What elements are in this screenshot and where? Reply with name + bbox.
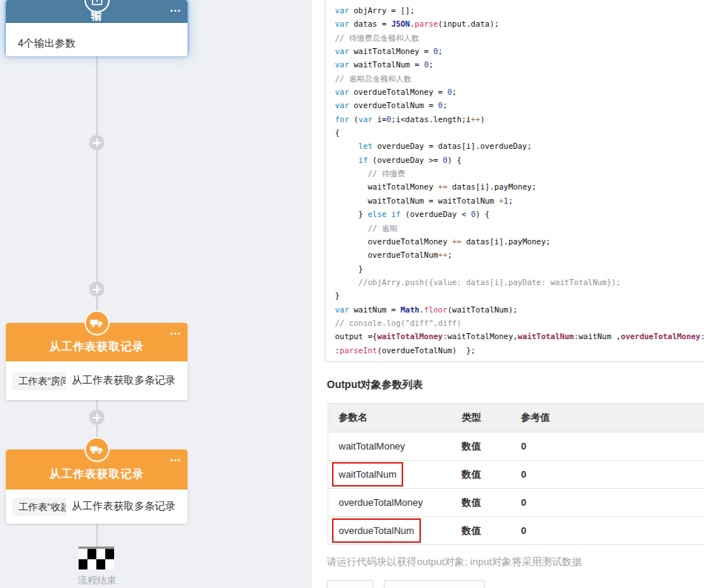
node-title: 从工作表获取记录 [50, 340, 145, 354]
add-node-button[interactable] [89, 281, 104, 297]
table-row: waitTotalMoney 数值 0 [328, 432, 704, 460]
flow-node-card[interactable]: 从工作表获取记录 工作表"房间（room）" 从工作表获取多条记录 [6, 323, 187, 400]
node-description: 从工作表获取多条记录 [72, 500, 176, 513]
bottom-action-button-2[interactable] [384, 580, 485, 588]
param-name: overdueTotalMoney [339, 497, 422, 508]
code-editor-content: var objArry = [];var datas = JSON.parse(… [335, 4, 704, 357]
param-ref-value: 0 [521, 525, 704, 536]
add-node-button[interactable] [89, 410, 104, 425]
node-detail-panel: var objArry = [];var datas = JSON.parse(… [311, 0, 704, 588]
table-header-row: 参数名 类型 参考值 [328, 404, 704, 432]
param-type: 数值 [462, 440, 521, 453]
col-header-type: 类型 [462, 411, 521, 424]
node-title: 从工作表获取记录 [50, 467, 145, 481]
param-name: waitTotalMoney [339, 441, 405, 452]
flow-end-label: 流程结束 [0, 574, 194, 587]
more-options-icon [170, 10, 173, 12]
node-worksheet-field[interactable]: 工作表"收款（payment）" [12, 498, 66, 516]
param-type: 数值 [462, 496, 521, 510]
node-more-button[interactable] [167, 7, 180, 13]
param-ref-value: 0 [521, 469, 704, 480]
col-header-param-name: 参数名 [328, 411, 462, 424]
table-row: waitTotalNum 数值 0 [328, 460, 704, 488]
truck-icon [90, 316, 104, 330]
flow-node-body: 4个输出参数 [6, 23, 187, 56]
node-worksheet-field[interactable]: 工作表"房间（room）" [12, 372, 66, 390]
bottom-action-button-1[interactable] [327, 580, 373, 588]
node-more-button[interactable] [167, 457, 180, 463]
node-type-icon-circle [84, 0, 110, 13]
node-description: 4个输出参数 [18, 37, 176, 50]
flow-node-header: 输 [6, 0, 187, 23]
param-type: 数值 [462, 524, 521, 538]
flow-node-body: 工作表"房间（room）" 从工作表获取多条记录 [6, 361, 187, 400]
param-ref-value: 0 [521, 497, 704, 508]
flow-node-card[interactable]: 输 4个输出参数 [6, 0, 187, 56]
param-type: 数值 [462, 468, 521, 481]
param-ref-value: 0 [521, 441, 704, 452]
flow-node-card[interactable]: 从工作表获取记录 工作表"收款（payment）" 从工作表获取多条记录 [6, 450, 187, 524]
node-type-icon-circle [84, 310, 110, 335]
finish-flag-icon [79, 547, 114, 569]
param-name: waitTotalNum [339, 469, 396, 480]
more-options-icon [170, 333, 173, 335]
add-node-button[interactable] [89, 135, 104, 150]
code-editor[interactable]: var objArry = [];var datas = JSON.parse(… [325, 0, 704, 362]
truck-icon [90, 443, 104, 457]
workflow-canvas: 从工作表获取记录 工作表"房间（room）" 从工作表获取多条记录 [0, 0, 311, 588]
output-icon [90, 0, 104, 7]
flow-node-body: 工作表"收款（payment）" 从工作表获取多条记录 [6, 490, 187, 524]
flow-node-header: 从工作表获取记录 [6, 450, 187, 490]
table-row: overdueTotalMoney 数值 0 [328, 488, 704, 516]
table-row: overdueTotalNum 数值 0 [328, 516, 704, 544]
run-code-hint: 请运行代码块以获得output对象; input对象将采用测试数据 [327, 555, 582, 569]
node-type-icon-circle [84, 437, 110, 462]
output-params-table: 参数名 类型 参考值 waitTotalMoney 数值 0 waitTotal… [328, 403, 704, 545]
more-options-icon [170, 459, 173, 461]
node-more-button[interactable] [167, 330, 180, 336]
output-params-title: Output对象参数列表 [327, 378, 423, 392]
node-description: 从工作表获取多条记录 [72, 374, 176, 387]
param-name: overdueTotalNum [339, 525, 414, 536]
col-header-ref-value: 参考值 [521, 411, 704, 424]
flow-node-header: 从工作表获取记录 [6, 323, 187, 361]
